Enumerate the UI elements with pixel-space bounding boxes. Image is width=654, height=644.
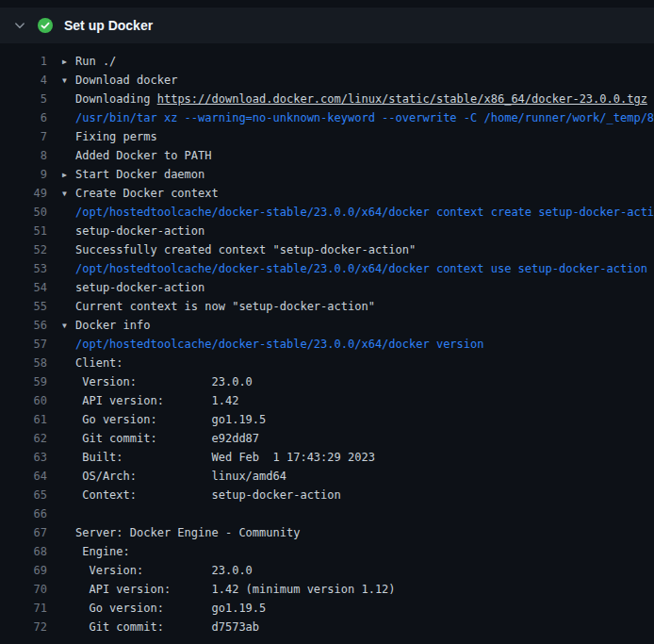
group-expanded-icon[interactable]: ▼ (62, 72, 75, 90)
step-title: Set up Docker (64, 18, 153, 33)
line-number[interactable]: 56 (0, 316, 47, 335)
log-row: 64 OS/Arch: linux/amd64 (0, 467, 654, 486)
command-text: /usr/bin/tar xz --warning=no-unknown-key… (75, 111, 654, 124)
log-row: 62 Git commit: e92dd87 (0, 429, 654, 448)
log-text: Context: setup-docker-action (75, 488, 341, 502)
command-text: /opt/hostedtoolcache/docker-stable/23.0.… (75, 262, 647, 275)
log-text: API version: 1.42 (75, 394, 238, 407)
line-number[interactable]: 9 (0, 165, 47, 184)
log-row[interactable]: 49▼Create Docker context (0, 184, 654, 203)
log-row: 59 Version: 23.0.0 (0, 372, 654, 391)
group-expanded-icon[interactable]: ▼ (62, 185, 75, 203)
log-row: 61 Go version: go1.19.5 (0, 410, 654, 429)
line-number[interactable]: 65 (0, 486, 47, 504)
line-number[interactable]: 57 (0, 335, 47, 354)
log-row: 51setup-docker-action (0, 222, 654, 240)
line-number[interactable]: 52 (0, 240, 47, 259)
log-text: Fixing perms (75, 130, 157, 143)
log-row: 52Successfully created context "setup-do… (0, 240, 654, 259)
log-row[interactable]: 1▶Run ./ (0, 52, 654, 71)
log-row[interactable]: 9▶Start Docker daemon (0, 165, 654, 184)
log-row[interactable]: 56▼Docker info (0, 316, 654, 335)
log-row: 63 Built: Wed Feb 1 17:43:29 2023 (0, 448, 654, 467)
log-row: 5Downloading https://download.docker.com… (0, 90, 654, 108)
log-text: Git commit: d7573ab (75, 620, 259, 634)
line-number[interactable]: 49 (0, 184, 47, 203)
command-text: /opt/hostedtoolcache/docker-stable/23.0.… (75, 338, 483, 351)
chevron-down-icon[interactable] (13, 19, 26, 32)
line-number[interactable]: 68 (0, 542, 47, 561)
line-number[interactable]: 70 (0, 580, 47, 599)
log-row[interactable]: 4▼Download docker (0, 71, 654, 90)
log-text: Git commit: e92dd87 (75, 432, 259, 445)
log-text: Built: Wed Feb 1 17:43:29 2023 (75, 451, 375, 464)
log-row: 71 Go version: go1.19.5 (0, 599, 654, 618)
group-title: Docker info (75, 319, 150, 332)
log-row: 72 Git commit: d7573ab (0, 618, 654, 636)
command-text: /opt/hostedtoolcache/docker-stable/23.0.… (75, 206, 654, 219)
line-number[interactable]: 60 (0, 391, 47, 410)
line-number[interactable]: 51 (0, 222, 47, 240)
log-viewer: 1▶Run ./4▼Download docker5Downloading ht… (0, 43, 654, 636)
line-number[interactable]: 72 (0, 618, 47, 636)
log-text: Successfully created context "setup-dock… (75, 243, 416, 256)
group-title: Start Docker daemon (75, 168, 204, 181)
group-title: Create Docker context (75, 187, 219, 200)
line-number[interactable]: 54 (0, 278, 47, 297)
line-number[interactable]: 61 (0, 410, 47, 429)
log-row: 7Fixing perms (0, 127, 654, 146)
log-row: 69 Version: 23.0.0 (0, 561, 654, 580)
line-number[interactable]: 69 (0, 561, 47, 580)
line-number[interactable]: 55 (0, 297, 47, 316)
log-row: 70 API version: 1.42 (minimum version 1.… (0, 580, 654, 599)
line-number[interactable]: 63 (0, 448, 47, 467)
log-text: Engine: (75, 545, 130, 558)
log-row: 55Current context is now "setup-docker-a… (0, 297, 654, 316)
line-number[interactable]: 50 (0, 203, 47, 222)
check-circle-icon (38, 18, 53, 33)
line-number[interactable]: 67 (0, 523, 47, 542)
top-strip (0, 0, 654, 8)
log-text: setup-docker-action (75, 224, 204, 238)
log-text: Go version: go1.19.5 (75, 413, 266, 426)
log-row: 65 Context: setup-docker-action (0, 486, 654, 504)
group-collapsed-icon[interactable]: ▶ (62, 53, 75, 71)
log-row: 68 Engine: (0, 542, 654, 561)
log-row: 57/opt/hostedtoolcache/docker-stable/23.… (0, 335, 654, 354)
line-number[interactable]: 71 (0, 599, 47, 618)
line-number[interactable]: 4 (0, 71, 47, 90)
line-number[interactable]: 66 (0, 504, 47, 523)
log-row: 58Client: (0, 354, 654, 372)
log-text: Server: Docker Engine - Community (75, 526, 300, 539)
line-number[interactable]: 5 (0, 90, 47, 108)
line-number[interactable]: 1 (0, 52, 47, 71)
log-text: Current context is now "setup-docker-act… (75, 300, 375, 313)
line-number[interactable]: 59 (0, 372, 47, 391)
log-row: 60 API version: 1.42 (0, 391, 654, 410)
log-row: 50/opt/hostedtoolcache/docker-stable/23.… (0, 203, 654, 222)
log-text: Version: 23.0.0 (75, 375, 253, 388)
line-number[interactable]: 6 (0, 108, 47, 127)
group-title: Download docker (75, 74, 177, 87)
log-link[interactable]: https://download.docker.com/linux/static… (157, 92, 647, 106)
line-number[interactable]: 64 (0, 467, 47, 486)
line-number[interactable]: 53 (0, 259, 47, 278)
line-number[interactable]: 7 (0, 127, 47, 146)
line-number[interactable]: 58 (0, 354, 47, 372)
log-row: 8Added Docker to PATH (0, 146, 654, 165)
line-number[interactable]: 62 (0, 429, 47, 448)
group-collapsed-icon[interactable]: ▶ (62, 166, 75, 184)
step-header[interactable]: Set up Docker (0, 8, 654, 43)
log-row: 54setup-docker-action (0, 278, 654, 297)
log-text: Go version: go1.19.5 (75, 602, 266, 615)
line-number[interactable]: 8 (0, 146, 47, 165)
group-expanded-icon[interactable]: ▼ (62, 317, 75, 335)
log-row: 6/usr/bin/tar xz --warning=no-unknown-ke… (0, 108, 654, 127)
log-text: setup-docker-action (75, 281, 204, 294)
log-row: 67Server: Docker Engine - Community (0, 523, 654, 542)
log-row: 66 (0, 504, 654, 523)
log-text: API version: 1.42 (minimum version 1.12) (75, 583, 396, 596)
group-title: Run ./ (75, 55, 116, 68)
log-text: OS/Arch: linux/amd64 (75, 470, 286, 483)
log-text: Client: (75, 356, 123, 370)
